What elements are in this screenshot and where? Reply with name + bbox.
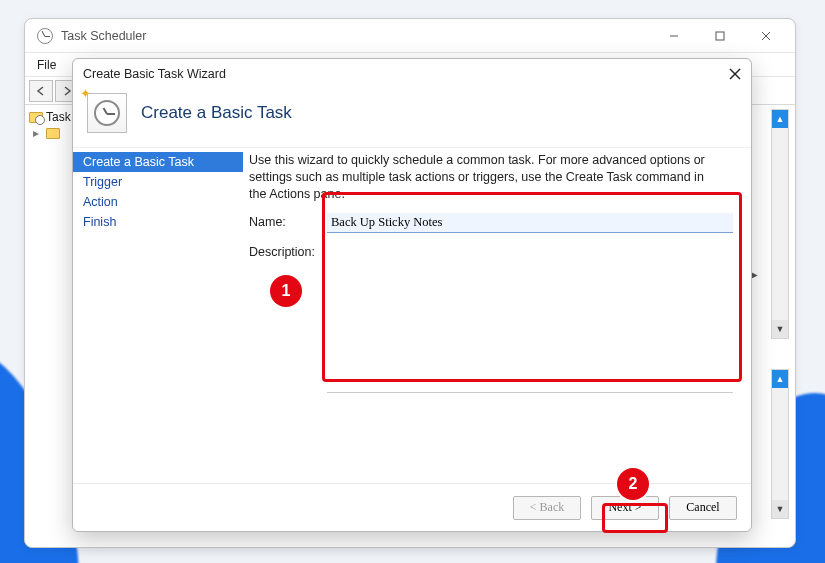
new-star-icon: ✦ — [80, 86, 91, 101]
clock-icon — [94, 100, 120, 126]
wizard-intro-text: Use this wizard to quickly schedule a co… — [249, 152, 719, 203]
scroll-down-icon[interactable]: ▼ — [772, 320, 788, 338]
cancel-button[interactable]: Cancel — [669, 496, 737, 520]
app-title: Task Scheduler — [61, 29, 146, 43]
folder-icon — [46, 128, 60, 139]
scroll-down-icon[interactable]: ▼ — [772, 500, 788, 518]
tree-root-label: Task — [46, 110, 71, 124]
create-basic-task-wizard: Create Basic Task Wizard ✦ Create a Basi… — [72, 58, 752, 532]
titlebar: Task Scheduler — [25, 19, 795, 53]
scroll-up-icon[interactable]: ▲ — [772, 110, 788, 128]
menu-file[interactable]: File — [29, 56, 64, 74]
name-input[interactable] — [327, 213, 733, 233]
wizard-content: Use this wizard to quickly schedule a co… — [243, 148, 751, 483]
close-button[interactable] — [743, 22, 789, 50]
name-label: Name: — [249, 213, 327, 229]
wizard-titlebar: Create Basic Task Wizard — [73, 59, 751, 89]
step-trigger[interactable]: Trigger — [73, 172, 243, 192]
next-button[interactable]: Next > — [591, 496, 659, 520]
wizard-title: Create Basic Task Wizard — [83, 67, 226, 81]
wizard-heading: Create a Basic Task — [141, 103, 292, 123]
wizard-close-button[interactable] — [729, 68, 741, 80]
wizard-header-icon: ✦ — [87, 93, 127, 133]
actions-scrollbar-bottom[interactable]: ▲ ▼ — [771, 369, 789, 519]
back-button: < Back — [513, 496, 581, 520]
description-label: Description: — [249, 243, 327, 259]
annotation-number-1: 1 — [270, 275, 302, 307]
step-action[interactable]: Action — [73, 192, 243, 212]
wizard-footer: < Back Next > Cancel — [73, 483, 751, 531]
scheduler-folder-icon — [29, 112, 43, 123]
annotation-number-2: 2 — [617, 468, 649, 500]
nav-back-button[interactable] — [29, 80, 53, 102]
wizard-steps: Create a Basic Task Trigger Action Finis… — [73, 148, 243, 483]
step-create-basic-task[interactable]: Create a Basic Task — [73, 152, 243, 172]
scroll-up-icon[interactable]: ▲ — [772, 370, 788, 388]
clock-icon — [37, 28, 53, 44]
svg-rect-1 — [716, 32, 724, 40]
wizard-header: ✦ Create a Basic Task — [73, 89, 751, 147]
step-finish[interactable]: Finish — [73, 212, 243, 232]
maximize-button[interactable] — [697, 22, 743, 50]
description-input[interactable] — [327, 243, 733, 393]
caret-icon: ▸ — [33, 126, 43, 140]
actions-scrollbar-top[interactable]: ▲ ▼ — [771, 109, 789, 339]
minimize-button[interactable] — [651, 22, 697, 50]
